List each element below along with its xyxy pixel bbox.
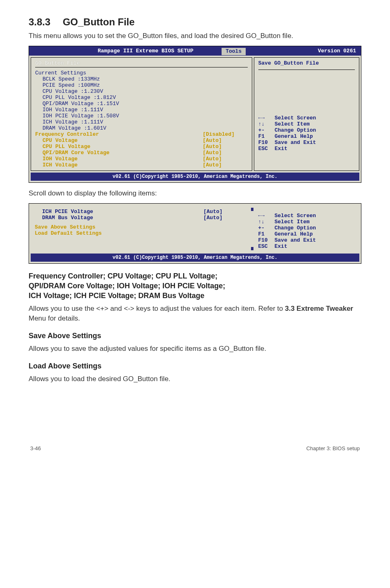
nav-desc: Change Option (275, 127, 316, 133)
bios2-setting-row: ICH PCIE Voltage[Auto] (35, 209, 249, 215)
bios-setting-row: CPU PLL Voltage[Auto] (35, 144, 248, 150)
bios2-footer: v02.61 (C)Copyright 1985-2010, American … (31, 254, 359, 262)
nav-key: F10 (258, 237, 275, 243)
bios2-action-row: Save Above Settings (35, 224, 249, 230)
bios-row-value: [Auto] (203, 137, 248, 144)
bios2-row-value: [Auto] (204, 215, 249, 221)
nav-key: ESC (258, 146, 275, 152)
bios2-left-panel: ICH PCIE Voltage[Auto]DRAM Bus Voltage[A… (31, 206, 253, 252)
bios2-row-label: DRAM Bus Voltage (42, 215, 204, 221)
freq-body-post: Menu for details. (29, 314, 80, 322)
setting-line: PCIE Speed :100MHz (35, 82, 248, 88)
scroll-caption: Scroll down to display the following ite… (29, 189, 361, 198)
nav-desc: Exit (275, 243, 287, 249)
nav-row: ↑↓Select Item (258, 219, 356, 225)
nav-key: +- (258, 127, 275, 133)
bios-topbar: Rampage III Extreme BIOS SETUP Tools Ver… (29, 46, 361, 56)
freq-heading-line3: ICH Voltage; ICH PCIE Voltage; DRAM Bus … (29, 292, 204, 300)
page-number: 3-46 (30, 445, 41, 451)
bios-row-label: ICH Voltage (43, 162, 203, 168)
nav-row: ←→Select Screen (258, 115, 355, 121)
section-intro: This menu allows you to set the GO_Butto… (29, 31, 361, 41)
bios2-setting-row: DRAM Bus Voltage[Auto] (35, 215, 249, 221)
save-go-button-file-title: Save GO_Button File (258, 60, 355, 66)
go-button-file-title: GO_Button File (35, 60, 80, 66)
nav-row: +-Change Option (258, 127, 355, 133)
nav-desc: Change Option (275, 225, 316, 231)
nav-key: F10 (258, 139, 275, 146)
load-heading: Load Above Settings (29, 361, 361, 371)
setting-line: IOH PCIE Voltage :1.508V (35, 113, 248, 119)
bios-screen-1: Rampage III Extreme BIOS SETUP Tools Ver… (29, 46, 361, 183)
bios-setting-row: CPU Voltage[Auto] (35, 137, 248, 144)
setting-line: IOH Voltage :1.111V (35, 107, 248, 113)
setting-line: QPI/DRAM Voltage :1.151V (35, 101, 248, 107)
nav-desc: Select Item (275, 219, 310, 225)
nav-desc: Select Screen (275, 213, 316, 219)
nav-row: +-Change Option (258, 225, 356, 231)
bios-row-value: [Auto] (203, 162, 248, 168)
nav-desc: Save and Exit (275, 237, 316, 243)
setting-line: ICH Voltage :1.111V (35, 119, 248, 125)
load-body: Allows you to load the desired GO_Button… (29, 374, 361, 384)
freq-body: Allows you to use the <+> and <-> keys t… (29, 304, 361, 323)
freq-body-pre: Allows you to use the <+> and <-> keys t… (29, 305, 285, 312)
nav-row: ←→Select Screen (258, 213, 356, 219)
bios-setting-row: Frequency Controller[Disabled] (35, 131, 248, 137)
section-title-text: GO_Button File (63, 16, 134, 27)
nav-key: F1 (258, 231, 275, 237)
current-settings-label: Current Settings (35, 70, 248, 76)
bios-setting-row: ICH Voltage[Auto] (35, 162, 248, 168)
freq-heading-line1: Frequency Controller; CPU Voltage; CPU P… (29, 272, 217, 280)
section-heading: 3.8.3GO_Button File (29, 16, 361, 28)
nav-row: ↑↓Select Item (258, 121, 355, 127)
bios2-right-panel: ←→Select Screen↑↓Select Item+-Change Opt… (254, 206, 360, 252)
bios2-row-value: [Auto] (204, 209, 249, 215)
bios-row-label: QPI/DRAM Core Voltage (43, 150, 203, 156)
bios-row-label: Frequency Controller (35, 131, 203, 137)
nav-desc: Select Item (275, 121, 310, 127)
scroll-thumb-down-icon (251, 247, 253, 250)
bios-left-panel: GO_Button File Current Settings BCLK Spe… (31, 57, 252, 171)
nav-key: ESC (258, 243, 275, 249)
setting-line: BCLK Speed :133MHz (35, 76, 248, 82)
freq-heading: Frequency Controller; CPU Voltage; CPU P… (29, 271, 361, 301)
nav-key: F1 (258, 133, 275, 139)
nav-desc: Save and Exit (275, 139, 316, 146)
nav-key: ←→ (258, 115, 275, 121)
bios-row-value: [Disabled] (203, 131, 248, 137)
nav-key: ←→ (258, 213, 275, 219)
nav-desc: General Help (275, 231, 313, 237)
nav-key: ↑↓ (258, 219, 275, 225)
bios-row-value: [Auto] (203, 144, 248, 150)
freq-heading-line2: QPI/DRAM Core Voltage; IOH Voltage; IOH … (29, 282, 225, 290)
scroll-thumb-up-icon (251, 208, 253, 211)
nav-row: ESCExit (258, 146, 355, 152)
bios-setting-row: QPI/DRAM Core Voltage[Auto] (35, 150, 248, 156)
freq-body-bold: 3.3 Extreme Tweaker (285, 305, 353, 312)
bios-tab-tools: Tools (222, 48, 246, 55)
bios-right-panel: Save GO_Button File ←→Select Screen↑↓Sel… (254, 57, 359, 171)
nav-row: F10Save and Exit (258, 237, 356, 243)
bios-row-label: IOH Voltage (43, 156, 203, 162)
bios-row-value: [Auto] (203, 150, 248, 156)
bios-screen-2: ICH PCIE Voltage[Auto]DRAM Bus Voltage[A… (29, 203, 361, 264)
bios-row-value: [Auto] (203, 156, 248, 162)
bios-setting-row: IOH Voltage[Auto] (35, 156, 248, 162)
nav-desc: Exit (275, 146, 287, 152)
section-number: 3.8.3 (29, 16, 50, 27)
save-body: Allows you to save the adjusted values f… (29, 344, 361, 354)
chapter-label: Chapter 3: BIOS setup (306, 445, 360, 451)
nav-desc: Select Screen (275, 115, 316, 121)
bios-row-label: CPU Voltage (43, 137, 203, 144)
nav-key: ↑↓ (258, 121, 275, 127)
setting-line: CPU Voltage :1.230V (35, 88, 248, 94)
setting-line: CPU PLL Voltage :1.812V (35, 94, 248, 101)
nav-row: ESCExit (258, 243, 356, 249)
bios-title: Rampage III Extreme BIOS SETUP (98, 48, 193, 54)
nav-row: F10Save and Exit (258, 139, 355, 146)
save-heading: Save Above Settings (29, 331, 361, 341)
bios-version: Version 0261 (318, 48, 356, 54)
nav-key: +- (258, 225, 275, 231)
nav-row: F1General Help (258, 133, 355, 139)
